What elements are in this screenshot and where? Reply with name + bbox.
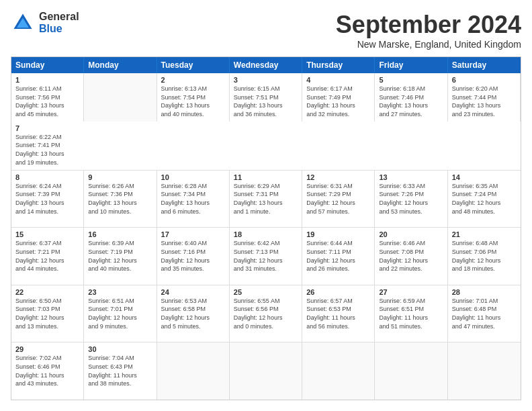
calendar-cell: 4Sunrise: 6:17 AMSunset: 7:49 PMDaylight… xyxy=(302,73,375,122)
calendar-cell: 5Sunrise: 6:18 AMSunset: 7:46 PMDaylight… xyxy=(375,73,447,122)
calendar-cell: 2Sunrise: 6:13 AMSunset: 7:54 PMDaylight… xyxy=(157,73,230,122)
calendar-header: SundayMondayTuesdayWednesdayThursdayFrid… xyxy=(11,57,521,73)
calendar-cell: 10Sunrise: 6:28 AMSunset: 7:34 PMDayligh… xyxy=(157,171,230,228)
calendar: SundayMondayTuesdayWednesdayThursdayFrid… xyxy=(11,56,521,400)
calendar-row: 1Sunrise: 6:11 AMSunset: 7:56 PMDaylight… xyxy=(11,73,521,170)
calendar-cell: 17Sunrise: 6:40 AMSunset: 7:16 PMDayligh… xyxy=(157,228,230,285)
header-day-wednesday: Wednesday xyxy=(230,57,302,73)
calendar-row: 15Sunrise: 6:37 AMSunset: 7:21 PMDayligh… xyxy=(11,227,521,285)
calendar-cell: 19Sunrise: 6:44 AMSunset: 7:11 PMDayligh… xyxy=(302,228,375,285)
header-day-thursday: Thursday xyxy=(302,57,375,73)
calendar-cell: 8Sunrise: 6:24 AMSunset: 7:39 PMDaylight… xyxy=(11,171,84,228)
header-day-friday: Friday xyxy=(375,57,447,73)
calendar-cell xyxy=(84,73,157,122)
page: General Blue September 2024 New Marske, … xyxy=(0,0,532,411)
calendar-cell xyxy=(448,342,521,400)
calendar-cell: 28Sunrise: 7:01 AMSunset: 6:48 PMDayligh… xyxy=(448,285,521,342)
calendar-cell: 7Sunrise: 6:22 AMSunset: 7:41 PMDaylight… xyxy=(11,122,84,170)
calendar-cell: 14Sunrise: 6:35 AMSunset: 7:24 PMDayligh… xyxy=(448,171,521,228)
calendar-cell xyxy=(375,342,447,400)
calendar-cell: 26Sunrise: 6:57 AMSunset: 6:53 PMDayligh… xyxy=(302,285,375,342)
logo-icon xyxy=(11,11,35,35)
calendar-cell: 13Sunrise: 6:33 AMSunset: 7:26 PMDayligh… xyxy=(375,171,447,228)
calendar-cell: 15Sunrise: 6:37 AMSunset: 7:21 PMDayligh… xyxy=(11,228,84,285)
calendar-row: 29Sunrise: 7:02 AMSunset: 6:46 PMDayligh… xyxy=(11,342,521,400)
calendar-cell: 22Sunrise: 6:50 AMSunset: 7:03 PMDayligh… xyxy=(11,285,84,342)
header-day-sunday: Sunday xyxy=(11,57,84,73)
header-day-tuesday: Tuesday xyxy=(157,57,230,73)
header: General Blue September 2024 New Marske, … xyxy=(11,11,521,50)
calendar-cell: 11Sunrise: 6:29 AMSunset: 7:31 PMDayligh… xyxy=(230,171,302,228)
calendar-cell xyxy=(230,342,302,400)
logo-blue: Blue xyxy=(39,23,79,35)
calendar-body: 1Sunrise: 6:11 AMSunset: 7:56 PMDaylight… xyxy=(11,73,521,400)
header-day-monday: Monday xyxy=(84,57,157,73)
calendar-cell: 30Sunrise: 7:04 AMSunset: 6:43 PMDayligh… xyxy=(84,342,157,400)
calendar-cell: 23Sunrise: 6:51 AMSunset: 7:01 PMDayligh… xyxy=(84,285,157,342)
calendar-cell: 20Sunrise: 6:46 AMSunset: 7:08 PMDayligh… xyxy=(375,228,447,285)
calendar-cell: 21Sunrise: 6:48 AMSunset: 7:06 PMDayligh… xyxy=(448,228,521,285)
calendar-cell: 12Sunrise: 6:31 AMSunset: 7:29 PMDayligh… xyxy=(302,171,375,228)
logo-text: General Blue xyxy=(39,11,79,34)
calendar-cell: 6Sunrise: 6:20 AMSunset: 7:44 PMDaylight… xyxy=(448,73,521,122)
logo: General Blue xyxy=(11,11,79,35)
calendar-cell: 16Sunrise: 6:39 AMSunset: 7:19 PMDayligh… xyxy=(84,228,157,285)
calendar-cell: 1Sunrise: 6:11 AMSunset: 7:56 PMDaylight… xyxy=(11,73,84,122)
calendar-cell xyxy=(157,342,230,400)
calendar-cell: 9Sunrise: 6:26 AMSunset: 7:36 PMDaylight… xyxy=(84,171,157,228)
calendar-cell: 27Sunrise: 6:59 AMSunset: 6:51 PMDayligh… xyxy=(375,285,447,342)
location-subtitle: New Marske, England, United Kingdom xyxy=(336,39,521,50)
calendar-cell xyxy=(302,342,375,400)
calendar-row: 22Sunrise: 6:50 AMSunset: 7:03 PMDayligh… xyxy=(11,285,521,342)
calendar-cell: 3Sunrise: 6:15 AMSunset: 7:51 PMDaylight… xyxy=(230,73,302,122)
calendar-cell: 18Sunrise: 6:42 AMSunset: 7:13 PMDayligh… xyxy=(230,228,302,285)
calendar-cell: 29Sunrise: 7:02 AMSunset: 6:46 PMDayligh… xyxy=(11,342,84,400)
header-day-saturday: Saturday xyxy=(448,57,521,73)
month-title: September 2024 xyxy=(336,11,521,39)
title-block: September 2024 New Marske, England, Unit… xyxy=(336,11,521,50)
calendar-cell: 24Sunrise: 6:53 AMSunset: 6:58 PMDayligh… xyxy=(157,285,230,342)
calendar-cell: 25Sunrise: 6:55 AMSunset: 6:56 PMDayligh… xyxy=(230,285,302,342)
calendar-row: 8Sunrise: 6:24 AMSunset: 7:39 PMDaylight… xyxy=(11,170,521,228)
logo-general: General xyxy=(39,11,79,23)
